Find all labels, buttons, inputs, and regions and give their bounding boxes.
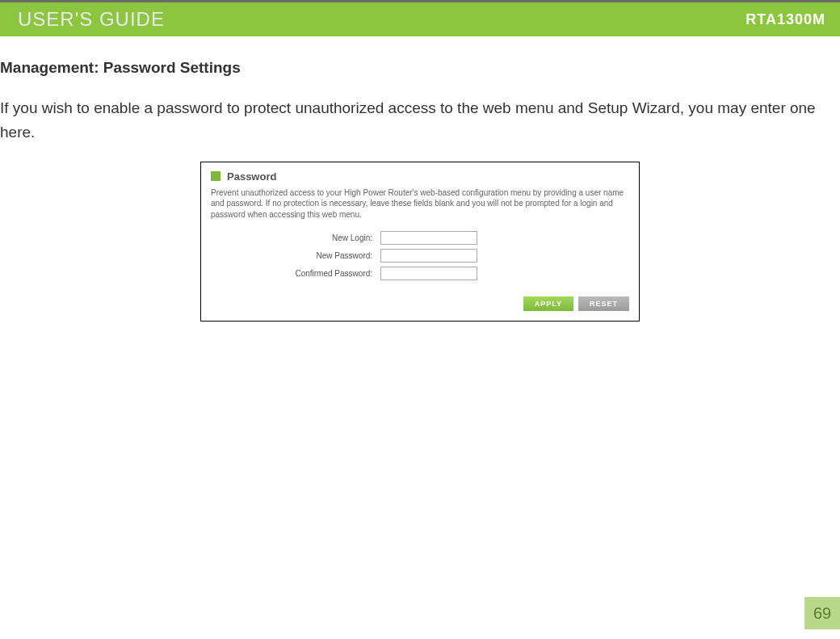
confirmed-password-input[interactable] bbox=[380, 267, 477, 280]
page-number: 69 bbox=[813, 604, 831, 623]
button-row: APPLY RESET bbox=[211, 296, 629, 311]
form-row-confirmed-password: Confirmed Password: bbox=[211, 267, 629, 280]
form-row-new-login: New Login: bbox=[211, 231, 629, 245]
new-login-label: New Login: bbox=[211, 233, 380, 242]
password-panel: Password Prevent unauthorized access to … bbox=[200, 162, 640, 322]
new-password-label: New Password: bbox=[211, 251, 380, 260]
header-left: USER'S GUIDE bbox=[18, 8, 165, 31]
page-number-box: 69 bbox=[804, 597, 840, 629]
doc-title: USER'S GUIDE bbox=[18, 8, 165, 31]
panel-wrapper: Password Prevent unauthorized access to … bbox=[0, 162, 840, 322]
form-row-new-password: New Password: bbox=[211, 249, 629, 263]
reset-button[interactable]: RESET bbox=[578, 296, 629, 311]
product-model: RTA1300M bbox=[746, 11, 825, 28]
panel-title: Password bbox=[227, 170, 276, 183]
content-area: Management: Password Settings If you wis… bbox=[0, 36, 840, 322]
section-description: If you wish to enable a password to prot… bbox=[0, 96, 840, 145]
section-heading: Management: Password Settings bbox=[0, 59, 840, 77]
header-bar: USER'S GUIDE RTA1300M bbox=[0, 0, 840, 36]
panel-description: Prevent unauthorized access to your High… bbox=[211, 187, 629, 221]
panel-header: Password bbox=[211, 170, 629, 183]
new-login-input[interactable] bbox=[380, 231, 477, 245]
new-password-input[interactable] bbox=[380, 249, 477, 263]
confirmed-password-label: Confirmed Password: bbox=[211, 269, 380, 278]
panel-square-icon bbox=[211, 171, 220, 181]
apply-button[interactable]: APPLY bbox=[523, 296, 573, 311]
